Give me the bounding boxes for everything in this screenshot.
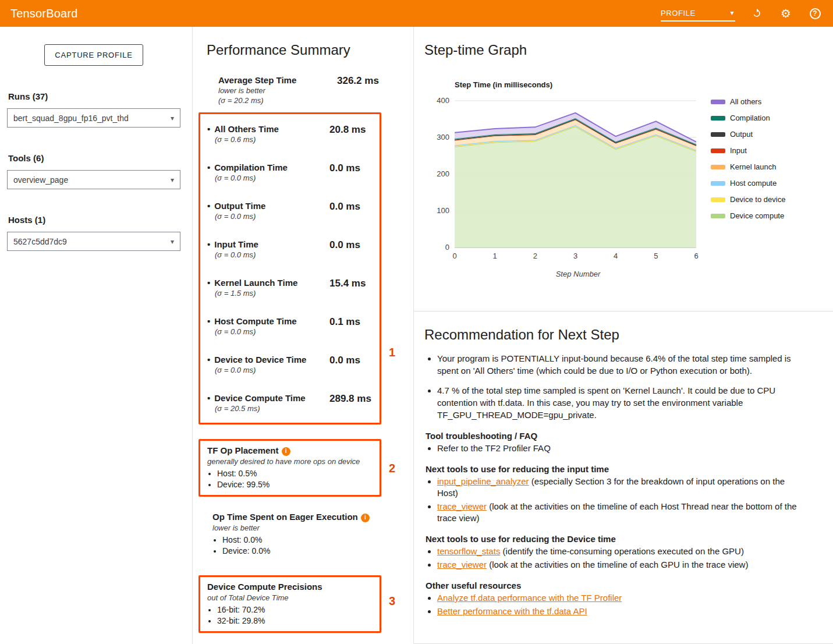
main-content: CAPTURE PROFILE Runs (37) bert_squad_8gp… bbox=[0, 27, 833, 644]
svg-text:0: 0 bbox=[445, 243, 449, 252]
chart-area: 01002003004000123456 All othersCompilati… bbox=[428, 95, 833, 263]
metric-name: •Input Time bbox=[207, 239, 329, 250]
svg-text:0: 0 bbox=[452, 252, 456, 260]
legend-item: Kernel launch bbox=[711, 162, 785, 171]
runs-select-value: bert_squad_8gpu_fp16_pvt_thd bbox=[13, 114, 129, 123]
resource-link[interactable]: Analyze tf.data performance with the TF … bbox=[437, 593, 622, 603]
section-item: trace_viewer (look at the activities on … bbox=[437, 501, 805, 524]
runs-select[interactable]: bert_squad_8gpu_fp16_pvt_thd ▾ bbox=[7, 108, 180, 128]
chevron-down-icon: ▾ bbox=[171, 176, 174, 184]
gear-icon[interactable]: ⚙ bbox=[778, 6, 793, 21]
resource-link[interactable]: input_pipeline_analyzer bbox=[437, 476, 529, 486]
section-item: Better performance with the tf.data API bbox=[437, 606, 805, 617]
legend-swatch bbox=[711, 148, 725, 153]
metric-info: •Kernel Launch Time(σ = 1.5 ms) bbox=[207, 277, 329, 298]
step-time-graph-panel: Step-time Graph Step Time (in millisecon… bbox=[414, 27, 833, 312]
step-time-chart: 01002003004000123456 bbox=[428, 95, 701, 263]
svg-text:100: 100 bbox=[437, 206, 449, 215]
legend-label: Device to device bbox=[730, 195, 785, 204]
recommendation-sections: Tool troubleshooting / FAQRefer to the T… bbox=[424, 431, 805, 617]
tf-op-placement-title: TF Op Placementi bbox=[207, 445, 374, 456]
metrics-annotation-box: 1 •All Others Time(σ = 0.6 ms)20.8 ms•Co… bbox=[198, 112, 381, 424]
list-item: 32-bit: 29.8% bbox=[217, 615, 374, 627]
svg-text:300: 300 bbox=[437, 133, 449, 141]
resource-link[interactable]: trace_viewer bbox=[437, 560, 487, 569]
metric-value: 0.0 ms bbox=[329, 200, 360, 221]
chart-legend: All othersCompilationOutputInputKernel l… bbox=[711, 97, 785, 263]
right-column: Step-time Graph Step Time (in millisecon… bbox=[413, 27, 833, 644]
x-axis-label: Step Number bbox=[428, 270, 701, 278]
metric-sigma: (σ = 1.5 ms) bbox=[215, 288, 329, 298]
annotation-number-3: 3 bbox=[389, 595, 395, 608]
metric-note: lower is better bbox=[218, 86, 337, 95]
resource-link[interactable]: Better performance with the tf.data API bbox=[437, 606, 587, 616]
metric-name: •Kernel Launch Time bbox=[207, 277, 329, 288]
reload-icon[interactable] bbox=[749, 6, 764, 21]
annotation-number-2: 2 bbox=[389, 461, 395, 475]
bullet-icon: • bbox=[207, 355, 210, 365]
legend-label: All others bbox=[730, 97, 761, 106]
capture-profile-button[interactable]: CAPTURE PROFILE bbox=[44, 44, 143, 66]
legend-swatch bbox=[711, 116, 725, 121]
bullet-icon: • bbox=[207, 124, 210, 134]
device-compute-precisions-note: out of Total Device Time bbox=[207, 593, 374, 603]
metric-row: •Input Time(σ = 0.0 ms)0.0 ms bbox=[207, 239, 375, 260]
section-item: trace_viewer (look at the activities on … bbox=[437, 559, 805, 571]
metric-info: •Host Compute Time(σ = 0.0 ms) bbox=[207, 316, 329, 337]
svg-text:3: 3 bbox=[573, 252, 577, 260]
legend-label: Input bbox=[730, 146, 747, 155]
metric-info: Average Step Time lower is better (σ = 2… bbox=[218, 75, 337, 105]
step-time-graph-title: Step-time Graph bbox=[424, 42, 833, 58]
metric-name: •Host Compute Time bbox=[207, 316, 329, 327]
section-item: input_pipeline_analyzer (especially Sect… bbox=[437, 476, 805, 499]
info-icon[interactable]: i bbox=[282, 447, 290, 456]
svg-text:400: 400 bbox=[437, 96, 449, 105]
chevron-down-icon: ▾ bbox=[730, 9, 734, 17]
metric-value: 326.2 ms bbox=[337, 75, 379, 105]
hosts-select[interactable]: 5627c5dd7dc9 ▾ bbox=[7, 232, 180, 251]
recommendation-bullets: Your program is POTENTIALLY input-bound … bbox=[424, 352, 805, 421]
bullet-icon: • bbox=[207, 201, 210, 211]
metric-info: •Input Time(σ = 0.0 ms) bbox=[207, 239, 329, 260]
metric-value: 0.0 ms bbox=[329, 239, 360, 260]
info-icon[interactable]: i bbox=[361, 514, 370, 522]
list-item: Device: 99.5% bbox=[217, 479, 374, 490]
section-heading: Next tools to use for reducing the Devic… bbox=[426, 534, 805, 544]
section-item: Refer to the TF2 Profiler FAQ bbox=[437, 443, 805, 454]
performance-summary-title: Performance Summary bbox=[207, 42, 387, 58]
hosts-label: Hosts (1) bbox=[8, 215, 180, 225]
section-item: Analyze tf.data performance with the TF … bbox=[437, 592, 805, 604]
dashboard-select[interactable]: PROFILE ▾ bbox=[661, 6, 735, 22]
metric-name: •Compilation Time bbox=[207, 162, 329, 173]
legend-label: Output bbox=[730, 130, 753, 139]
tf-op-placement-note: generally desired to have more ops on de… bbox=[207, 457, 374, 466]
recommendation-panel: Recommendation for Next Step Your progra… bbox=[414, 312, 833, 644]
chevron-down-icon: ▾ bbox=[171, 238, 174, 246]
resource-link[interactable]: trace_viewer bbox=[437, 501, 487, 511]
legend-item: Host compute bbox=[711, 179, 785, 187]
app-header: TensorBoard PROFILE ▾ ⚙ ? bbox=[0, 0, 833, 27]
recommendation-title: Recommendation for Next Step bbox=[424, 327, 805, 343]
legend-item: Device to device bbox=[711, 195, 785, 204]
metric-row: •Device to Device Time(σ = 0.0 ms)0.0 ms bbox=[207, 354, 375, 375]
device-compute-precisions-box: Device Compute Precisions out of Total D… bbox=[198, 575, 381, 633]
metric-info: •Output Time(σ = 0.0 ms) bbox=[207, 200, 329, 221]
section-list: input_pipeline_analyzer (especially Sect… bbox=[424, 476, 805, 524]
eager-execution-list: Host: 0.0% Device: 0.0% bbox=[212, 535, 387, 557]
tools-select[interactable]: overview_page ▾ bbox=[7, 170, 180, 189]
app-title: TensorBoard bbox=[10, 7, 78, 20]
metric-row: •Device Compute Time(σ = 20.5 ms)289.8 m… bbox=[207, 392, 375, 413]
help-icon[interactable]: ? bbox=[807, 6, 823, 21]
metric-name: •All Others Time bbox=[207, 123, 329, 135]
metric-name: •Device to Device Time bbox=[207, 354, 329, 365]
metric-value: 20.8 ms bbox=[329, 123, 366, 144]
legend-label: Compilation bbox=[730, 114, 770, 122]
metric-value: 0.0 ms bbox=[329, 354, 360, 375]
performance-summary-panel: Performance Summary Average Step Time lo… bbox=[192, 27, 413, 644]
bullet-icon: • bbox=[207, 278, 210, 288]
tools-label: Tools (6) bbox=[8, 153, 180, 163]
device-compute-precisions-list: 16-bit: 70.2% 32-bit: 29.8% bbox=[207, 604, 374, 627]
legend-swatch bbox=[711, 132, 725, 137]
resource-link[interactable]: tensorflow_stats bbox=[437, 546, 500, 556]
metric-value: 289.8 ms bbox=[329, 392, 371, 413]
